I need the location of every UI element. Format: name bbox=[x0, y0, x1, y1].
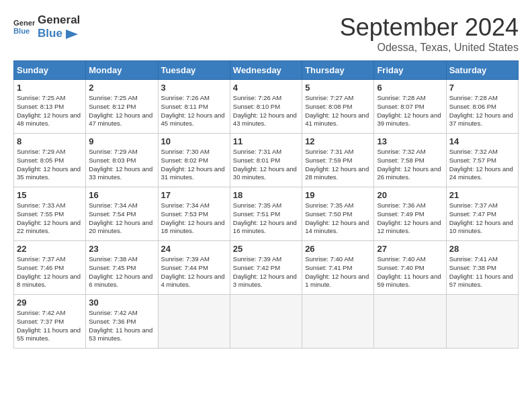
day-number: 6 bbox=[377, 83, 443, 93]
calendar-cell: 26Sunrise: 7:40 AMSunset: 7:41 PMDayligh… bbox=[302, 241, 374, 295]
day-info: Sunrise: 7:35 AMSunset: 7:51 PMDaylight:… bbox=[233, 201, 299, 236]
day-info: Sunrise: 7:40 AMSunset: 7:40 PMDaylight:… bbox=[377, 255, 443, 289]
day-info: Sunrise: 7:31 AMSunset: 7:59 PMDaylight:… bbox=[305, 148, 371, 182]
day-info: Sunrise: 7:42 AMSunset: 7:36 PMDaylight:… bbox=[89, 309, 154, 343]
logo: General Blue General Blue bbox=[13, 13, 80, 41]
calendar-cell: 16Sunrise: 7:34 AMSunset: 7:54 PMDayligh… bbox=[86, 187, 158, 241]
day-info: Sunrise: 7:28 AMSunset: 8:07 PMDaylight:… bbox=[377, 94, 443, 128]
calendar-cell: 19Sunrise: 7:35 AMSunset: 7:50 PMDayligh… bbox=[302, 187, 374, 241]
day-info: Sunrise: 7:29 AMSunset: 8:03 PMDaylight:… bbox=[89, 148, 154, 182]
day-info: Sunrise: 7:36 AMSunset: 7:49 PMDaylight:… bbox=[377, 201, 443, 236]
day-number: 7 bbox=[449, 83, 515, 93]
calendar-cell: 5Sunrise: 7:27 AMSunset: 8:08 PMDaylight… bbox=[302, 80, 374, 134]
day-info: Sunrise: 7:25 AMSunset: 8:12 PMDaylight:… bbox=[89, 94, 154, 128]
day-info: Sunrise: 7:29 AMSunset: 8:05 PMDaylight:… bbox=[17, 148, 83, 182]
day-number: 13 bbox=[377, 136, 443, 146]
calendar-cell: 27Sunrise: 7:40 AMSunset: 7:40 PMDayligh… bbox=[374, 241, 446, 295]
logo-arrow-icon bbox=[66, 30, 78, 39]
calendar-row-1: 1Sunrise: 7:25 AMSunset: 8:13 PMDaylight… bbox=[14, 80, 519, 134]
calendar-title: September 2024 bbox=[340, 13, 519, 42]
calendar-cell: 22Sunrise: 7:37 AMSunset: 7:46 PMDayligh… bbox=[14, 241, 86, 295]
day-info: Sunrise: 7:25 AMSunset: 8:13 PMDaylight:… bbox=[17, 94, 83, 128]
day-info: Sunrise: 7:40 AMSunset: 7:41 PMDaylight:… bbox=[305, 255, 371, 289]
day-number: 12 bbox=[305, 136, 371, 146]
calendar-cell: 18Sunrise: 7:35 AMSunset: 7:51 PMDayligh… bbox=[230, 187, 302, 241]
day-number: 4 bbox=[233, 83, 299, 93]
calendar-cell: 28Sunrise: 7:41 AMSunset: 7:38 PMDayligh… bbox=[446, 241, 518, 295]
calendar-cell: 23Sunrise: 7:38 AMSunset: 7:45 PMDayligh… bbox=[86, 241, 158, 295]
calendar-cell bbox=[230, 295, 302, 349]
day-info: Sunrise: 7:34 AMSunset: 7:53 PMDaylight:… bbox=[161, 201, 227, 236]
calendar-row-5: 29Sunrise: 7:42 AMSunset: 7:37 PMDayligh… bbox=[14, 295, 519, 349]
calendar-cell: 17Sunrise: 7:34 AMSunset: 7:53 PMDayligh… bbox=[158, 187, 230, 241]
svg-text:General: General bbox=[13, 19, 35, 28]
svg-text:Blue: Blue bbox=[13, 27, 30, 35]
calendar-cell: 24Sunrise: 7:39 AMSunset: 7:44 PMDayligh… bbox=[158, 241, 230, 295]
day-info: Sunrise: 7:27 AMSunset: 8:08 PMDaylight:… bbox=[305, 94, 371, 128]
day-info: Sunrise: 7:31 AMSunset: 8:01 PMDaylight:… bbox=[233, 148, 299, 182]
day-info: Sunrise: 7:37 AMSunset: 7:47 PMDaylight:… bbox=[449, 201, 515, 236]
day-number: 28 bbox=[449, 244, 515, 254]
calendar-cell: 20Sunrise: 7:36 AMSunset: 7:49 PMDayligh… bbox=[374, 187, 446, 241]
day-info: Sunrise: 7:30 AMSunset: 8:02 PMDaylight:… bbox=[161, 148, 227, 182]
col-friday: Friday bbox=[374, 61, 446, 80]
day-info: Sunrise: 7:39 AMSunset: 7:44 PMDaylight:… bbox=[161, 255, 227, 289]
day-info: Sunrise: 7:35 AMSunset: 7:50 PMDaylight:… bbox=[305, 201, 371, 236]
calendar-cell: 21Sunrise: 7:37 AMSunset: 7:47 PMDayligh… bbox=[446, 187, 518, 241]
calendar-cell: 29Sunrise: 7:42 AMSunset: 7:37 PMDayligh… bbox=[14, 295, 86, 349]
day-info: Sunrise: 7:39 AMSunset: 7:42 PMDaylight:… bbox=[233, 255, 299, 289]
day-number: 1 bbox=[17, 83, 83, 93]
day-info: Sunrise: 7:26 AMSunset: 8:10 PMDaylight:… bbox=[233, 94, 299, 128]
day-number: 20 bbox=[377, 190, 443, 200]
day-info: Sunrise: 7:32 AMSunset: 7:58 PMDaylight:… bbox=[377, 148, 443, 182]
calendar-cell: 1Sunrise: 7:25 AMSunset: 8:13 PMDaylight… bbox=[14, 80, 86, 134]
day-number: 16 bbox=[89, 190, 154, 200]
day-number: 21 bbox=[449, 190, 515, 200]
day-number: 27 bbox=[377, 244, 443, 254]
day-number: 18 bbox=[233, 190, 299, 200]
calendar-cell bbox=[158, 295, 230, 349]
calendar-cell: 11Sunrise: 7:31 AMSunset: 8:01 PMDayligh… bbox=[230, 134, 302, 187]
day-number: 24 bbox=[161, 244, 227, 254]
calendar-cell: 13Sunrise: 7:32 AMSunset: 7:58 PMDayligh… bbox=[374, 134, 446, 187]
calendar-cell: 15Sunrise: 7:33 AMSunset: 7:55 PMDayligh… bbox=[14, 187, 86, 241]
day-number: 17 bbox=[161, 190, 227, 200]
calendar-subtitle: Odessa, Texas, United States bbox=[340, 42, 519, 54]
calendar-cell: 9Sunrise: 7:29 AMSunset: 8:03 PMDaylight… bbox=[86, 134, 158, 187]
day-info: Sunrise: 7:26 AMSunset: 8:11 PMDaylight:… bbox=[161, 94, 227, 128]
col-wednesday: Wednesday bbox=[230, 61, 302, 80]
logo-blue: Blue bbox=[38, 27, 80, 40]
calendar-cell: 12Sunrise: 7:31 AMSunset: 7:59 PMDayligh… bbox=[302, 134, 374, 187]
day-number: 29 bbox=[17, 298, 83, 308]
day-info: Sunrise: 7:41 AMSunset: 7:38 PMDaylight:… bbox=[449, 255, 515, 289]
col-saturday: Saturday bbox=[446, 61, 518, 80]
calendar-header-row: Sunday Monday Tuesday Wednesday Thursday… bbox=[14, 61, 519, 80]
day-info: Sunrise: 7:37 AMSunset: 7:46 PMDaylight:… bbox=[17, 255, 83, 289]
calendar-cell: 8Sunrise: 7:29 AMSunset: 8:05 PMDaylight… bbox=[14, 134, 86, 187]
calendar-cell bbox=[302, 295, 374, 349]
calendar-row-3: 15Sunrise: 7:33 AMSunset: 7:55 PMDayligh… bbox=[14, 187, 519, 241]
day-number: 14 bbox=[449, 136, 515, 146]
day-info: Sunrise: 7:32 AMSunset: 7:57 PMDaylight:… bbox=[449, 148, 515, 182]
calendar-cell: 2Sunrise: 7:25 AMSunset: 8:12 PMDaylight… bbox=[86, 80, 158, 134]
svg-marker-3 bbox=[66, 30, 78, 39]
calendar-cell: 25Sunrise: 7:39 AMSunset: 7:42 PMDayligh… bbox=[230, 241, 302, 295]
logo-icon: General Blue bbox=[13, 16, 35, 38]
day-info: Sunrise: 7:28 AMSunset: 8:06 PMDaylight:… bbox=[449, 94, 515, 128]
day-number: 9 bbox=[89, 136, 154, 146]
calendar-cell: 6Sunrise: 7:28 AMSunset: 8:07 PMDaylight… bbox=[374, 80, 446, 134]
day-number: 15 bbox=[17, 190, 83, 200]
col-thursday: Thursday bbox=[302, 61, 374, 80]
day-number: 11 bbox=[233, 136, 299, 146]
calendar-body: 1Sunrise: 7:25 AMSunset: 8:13 PMDaylight… bbox=[14, 80, 519, 349]
calendar-cell: 4Sunrise: 7:26 AMSunset: 8:10 PMDaylight… bbox=[230, 80, 302, 134]
calendar-table: Sunday Monday Tuesday Wednesday Thursday… bbox=[13, 60, 519, 349]
day-number: 30 bbox=[89, 298, 154, 308]
calendar-cell bbox=[446, 295, 518, 349]
day-info: Sunrise: 7:42 AMSunset: 7:37 PMDaylight:… bbox=[17, 309, 83, 343]
calendar-cell: 3Sunrise: 7:26 AMSunset: 8:11 PMDaylight… bbox=[158, 80, 230, 134]
logo-general: General bbox=[38, 13, 80, 27]
day-number: 10 bbox=[161, 136, 227, 146]
calendar-cell bbox=[374, 295, 446, 349]
col-sunday: Sunday bbox=[14, 61, 86, 80]
